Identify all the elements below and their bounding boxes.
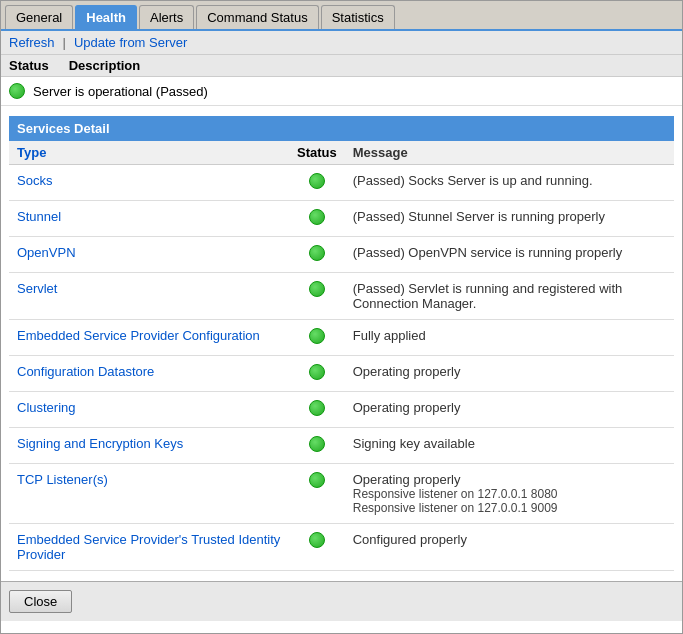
service-message-cell: (Passed) Socks Server is up and running. — [345, 165, 674, 201]
update-from-server-link[interactable]: Update from Server — [74, 35, 187, 50]
status-icon-ok — [309, 532, 325, 548]
service-type-cell: Servlet — [9, 273, 289, 320]
service-status-cell — [289, 165, 345, 201]
toolbar: Refresh | Update from Server — [1, 31, 682, 55]
service-message-cell: Operating properly — [345, 392, 674, 428]
service-status-cell — [289, 237, 345, 273]
service-type-cell: Embedded Service Provider Configuration — [9, 320, 289, 356]
service-message-cell: Configured properly — [345, 524, 674, 571]
service-status-cell — [289, 464, 345, 524]
service-message-cell: Fully applied — [345, 320, 674, 356]
service-status-cell — [289, 392, 345, 428]
service-message-cell: Signing key available — [345, 428, 674, 464]
message-header: Message — [345, 141, 674, 165]
status-icon-ok — [309, 245, 325, 261]
service-type-cell: Socks — [9, 165, 289, 201]
services-section: Services Detail Type Status Message Sock… — [9, 116, 674, 571]
services-table: Type Status Message Socks(Passed) Socks … — [9, 141, 674, 571]
service-status-cell — [289, 524, 345, 571]
service-message-cell: (Passed) Servlet is running and register… — [345, 273, 674, 320]
refresh-link[interactable]: Refresh — [9, 35, 55, 50]
tab-health[interactable]: Health — [75, 5, 137, 29]
service-type-cell: Configuration Datastore — [9, 356, 289, 392]
service-status-cell — [289, 356, 345, 392]
status-icon-ok — [309, 328, 325, 344]
tab-statistics[interactable]: Statistics — [321, 5, 395, 29]
separator: | — [63, 35, 66, 50]
service-type-cell: OpenVPN — [9, 237, 289, 273]
service-submessage: Responsive listener on 127.0.0.1 9009 — [353, 501, 666, 515]
type-header: Type — [9, 141, 289, 165]
tab-general[interactable]: General — [5, 5, 73, 29]
description-col-label: Description — [69, 58, 141, 73]
table-header-row: Type Status Message — [9, 141, 674, 165]
status-icon-ok — [309, 281, 325, 297]
footer: Close — [1, 581, 682, 621]
tab-alerts[interactable]: Alerts — [139, 5, 194, 29]
table-row: Servlet(Passed) Servlet is running and r… — [9, 273, 674, 320]
service-status-cell — [289, 273, 345, 320]
table-row: Embedded Service Provider's Trusted Iden… — [9, 524, 674, 571]
service-status-cell — [289, 320, 345, 356]
main-window: General Health Alerts Command Status Sta… — [0, 0, 683, 634]
overall-status-row: Server is operational (Passed) — [1, 77, 682, 106]
service-type-cell: TCP Listener(s) — [9, 464, 289, 524]
status-header: Status — [289, 141, 345, 165]
tab-bar: General Health Alerts Command Status Sta… — [1, 1, 682, 31]
status-col-label: Status — [9, 58, 49, 73]
table-row: Embedded Service Provider ConfigurationF… — [9, 320, 674, 356]
table-row: TCP Listener(s)Operating properlyRespons… — [9, 464, 674, 524]
overall-status-text: Server is operational (Passed) — [33, 84, 208, 99]
table-row: ClusteringOperating properly — [9, 392, 674, 428]
service-message-cell: Operating properlyResponsive listener on… — [345, 464, 674, 524]
close-button[interactable]: Close — [9, 590, 72, 613]
status-icon-operational — [9, 83, 25, 99]
table-row: Stunnel(Passed) Stunnel Server is runnin… — [9, 201, 674, 237]
table-row: Signing and Encryption KeysSigning key a… — [9, 428, 674, 464]
services-section-header: Services Detail — [9, 116, 674, 141]
table-row: OpenVPN(Passed) OpenVPN service is runni… — [9, 237, 674, 273]
status-icon-ok — [309, 364, 325, 380]
service-message-cell: Operating properly — [345, 356, 674, 392]
table-row: Socks(Passed) Socks Server is up and run… — [9, 165, 674, 201]
service-status-cell — [289, 201, 345, 237]
service-type-cell: Clustering — [9, 392, 289, 428]
service-status-cell — [289, 428, 345, 464]
tab-command-status[interactable]: Command Status — [196, 5, 318, 29]
status-icon-ok — [309, 472, 325, 488]
status-icon-ok — [309, 173, 325, 189]
status-description-header: Status Description — [1, 55, 682, 77]
status-icon-ok — [309, 209, 325, 225]
service-type-cell: Stunnel — [9, 201, 289, 237]
status-icon-ok — [309, 436, 325, 452]
service-submessage: Responsive listener on 127.0.0.1 8080 — [353, 487, 666, 501]
service-type-cell: Embedded Service Provider's Trusted Iden… — [9, 524, 289, 571]
service-message-cell: (Passed) Stunnel Server is running prope… — [345, 201, 674, 237]
table-row: Configuration DatastoreOperating properl… — [9, 356, 674, 392]
status-icon-ok — [309, 400, 325, 416]
service-type-cell: Signing and Encryption Keys — [9, 428, 289, 464]
service-message-cell: (Passed) OpenVPN service is running prop… — [345, 237, 674, 273]
